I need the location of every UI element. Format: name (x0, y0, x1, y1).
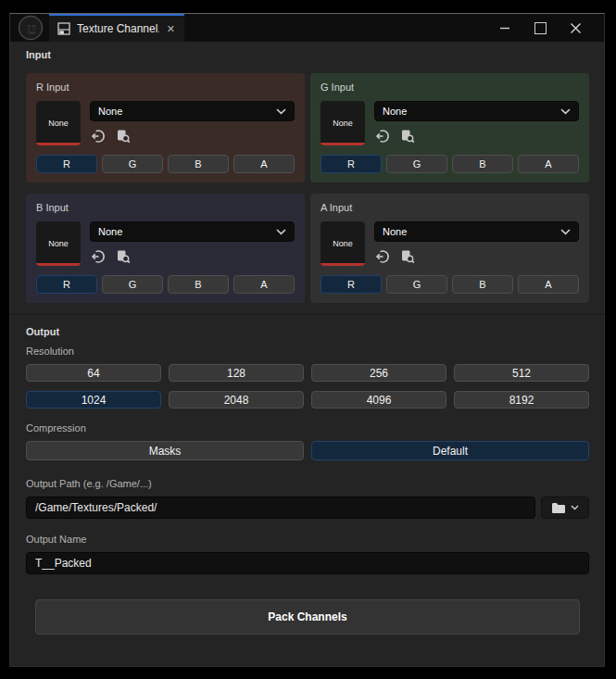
g-channel-select-row: R G B A (321, 155, 579, 173)
unreal-logo-icon: u (18, 15, 44, 41)
r-asset-thumbnail[interactable]: None (36, 101, 81, 145)
g-channel-r-button[interactable]: R (321, 155, 382, 173)
browse-to-asset-icon[interactable] (399, 128, 416, 145)
resolution-label: Resolution (26, 346, 589, 357)
r-dropdown-value: None (98, 106, 122, 117)
resolution-grid: 64 128 256 512 1024 2048 4096 8192 (26, 364, 589, 409)
content-area: Input R Input None None (10, 42, 604, 635)
chevron-down-icon (276, 229, 286, 235)
a-channel-a-button[interactable]: A (518, 275, 579, 294)
a-channel-g-button[interactable]: G (386, 275, 447, 294)
app-window: u Texture Channel... ✕ (9, 13, 605, 667)
r-channel-a-button[interactable]: A (233, 155, 295, 173)
g-thumbnail-text: None (333, 119, 353, 128)
b-input-panel: B Input None None (26, 194, 305, 303)
resolution-256-button[interactable]: 256 (311, 364, 446, 382)
compression-masks-button[interactable]: Masks (26, 441, 304, 460)
use-selected-asset-icon[interactable] (90, 128, 107, 145)
output-path-input[interactable] (26, 497, 535, 519)
close-button[interactable] (559, 16, 591, 40)
tab-title: Texture Channel... (77, 22, 159, 35)
b-input-label: B Input (36, 202, 295, 213)
b-channel-a-button[interactable]: A (233, 275, 295, 294)
g-channel-b-button[interactable]: B (452, 155, 513, 173)
titlebar: u Texture Channel... ✕ (10, 14, 604, 42)
g-asset-thumbnail[interactable]: None (321, 101, 365, 145)
compression-grid: Masks Default (26, 441, 589, 460)
chevron-down-icon (571, 505, 579, 510)
b-channel-r-button[interactable]: R (36, 275, 97, 294)
resolution-4096-button[interactable]: 4096 (311, 391, 446, 409)
browse-to-asset-icon[interactable] (115, 248, 132, 265)
a-channel-select-row: R G B A (321, 275, 579, 294)
tab-close-icon[interactable]: ✕ (166, 23, 176, 35)
resolution-8192-button[interactable]: 8192 (454, 391, 589, 409)
b-asset-thumbnail[interactable]: None (36, 221, 81, 266)
b-channel-g-button[interactable]: G (102, 275, 163, 294)
r-channel-b-button[interactable]: B (168, 155, 229, 173)
output-section-label: Output (26, 326, 589, 337)
a-channel-b-button[interactable]: B (452, 275, 513, 294)
tab-layout-icon (57, 22, 70, 35)
resolution-128-button[interactable]: 128 (169, 364, 304, 382)
use-selected-asset-icon[interactable] (374, 248, 391, 265)
r-channel-select-row: R G B A (36, 155, 295, 173)
browse-path-button[interactable] (541, 497, 589, 519)
b-channel-b-button[interactable]: B (168, 275, 229, 294)
maximize-button[interactable] (524, 16, 556, 40)
tab-texture-channel-packer[interactable]: Texture Channel... ✕ (49, 14, 184, 42)
a-asset-dropdown[interactable]: None (374, 221, 579, 242)
g-channel-g-button[interactable]: G (386, 155, 447, 173)
input-section-label: Input (26, 49, 589, 60)
resolution-512-button[interactable]: 512 (454, 364, 589, 382)
channel-input-grid: R Input None None (26, 73, 589, 303)
g-thumbnail-underline (321, 143, 365, 145)
chevron-down-icon (560, 229, 571, 235)
use-selected-asset-icon[interactable] (374, 128, 391, 145)
a-input-panel: A Input None None (310, 194, 589, 303)
r-input-panel: R Input None None (26, 73, 305, 182)
a-input-label: A Input (321, 202, 579, 213)
g-input-panel: G Input None None (310, 73, 589, 182)
browse-to-asset-icon[interactable] (399, 248, 416, 265)
g-asset-dropdown[interactable]: None (374, 101, 579, 121)
b-thumbnail-underline (36, 263, 81, 266)
r-input-label: R Input (36, 82, 295, 93)
minimize-button[interactable] (489, 16, 521, 40)
a-thumbnail-underline (321, 263, 365, 266)
a-asset-thumbnail[interactable]: None (321, 221, 365, 266)
resolution-1024-button[interactable]: 1024 (26, 391, 161, 409)
output-name-label: Output Name (26, 534, 589, 545)
a-thumbnail-text: None (333, 239, 353, 248)
compression-label: Compression (26, 422, 589, 434)
pack-channels-button[interactable]: Pack Channels (35, 599, 580, 635)
g-channel-a-button[interactable]: A (518, 155, 579, 173)
a-dropdown-value: None (383, 226, 407, 237)
b-thumbnail-text: None (48, 239, 69, 248)
output-name-input[interactable] (26, 552, 589, 574)
compression-default-button[interactable]: Default (311, 441, 589, 460)
b-dropdown-value: None (98, 226, 122, 237)
chevron-down-icon (560, 108, 571, 115)
section-divider (10, 314, 605, 315)
g-dropdown-value: None (383, 106, 407, 117)
a-channel-r-button[interactable]: R (321, 275, 382, 294)
folder-icon (551, 502, 566, 514)
resolution-2048-button[interactable]: 2048 (169, 391, 304, 409)
maximize-icon (534, 22, 547, 34)
b-channel-select-row: R G B A (36, 275, 295, 294)
resolution-64-button[interactable]: 64 (26, 364, 161, 382)
b-asset-dropdown[interactable]: None (90, 221, 295, 242)
chevron-down-icon (276, 108, 286, 115)
browse-to-asset-icon[interactable] (115, 128, 132, 145)
svg-text:u: u (26, 19, 36, 37)
use-selected-asset-icon[interactable] (90, 248, 107, 265)
g-input-label: G Input (321, 82, 579, 93)
r-thumbnail-underline (36, 143, 81, 145)
output-path-label: Output Path (e.g. /Game/...) (26, 478, 589, 489)
r-asset-dropdown[interactable]: None (90, 101, 295, 121)
r-channel-g-button[interactable]: G (102, 155, 163, 173)
r-thumbnail-text: None (48, 119, 69, 128)
window-controls (489, 14, 604, 42)
r-channel-r-button[interactable]: R (36, 155, 97, 173)
